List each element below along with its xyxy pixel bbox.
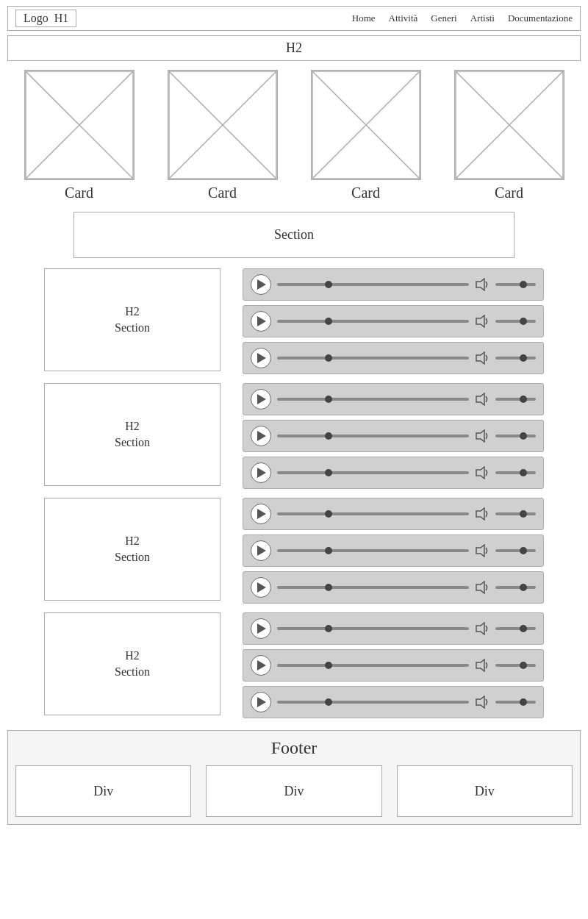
footer-div-3: Div — [397, 765, 573, 817]
track-dot — [325, 318, 332, 325]
volume-slider[interactable] — [495, 320, 536, 323]
play-button[interactable] — [251, 462, 271, 483]
play-button[interactable] — [251, 348, 271, 368]
vol-dot — [520, 662, 527, 669]
play-icon — [257, 468, 266, 478]
nav-generi[interactable]: Generi — [431, 12, 456, 24]
play-button[interactable] — [251, 540, 271, 561]
track-progress-slider[interactable] — [277, 701, 469, 704]
content-section-2: H2 Section — [44, 383, 544, 489]
track-row[interactable] — [243, 612, 544, 645]
track-dot — [325, 396, 332, 403]
volume-slider[interactable] — [495, 283, 536, 286]
track-row[interactable] — [243, 571, 544, 604]
svg-marker-15 — [476, 393, 484, 405]
volume-icon — [475, 507, 490, 521]
track-dot — [325, 510, 332, 518]
play-button[interactable] — [251, 577, 271, 598]
card-3[interactable]: Card — [307, 70, 425, 201]
play-button[interactable] — [251, 618, 271, 639]
volume-icon — [475, 315, 490, 328]
volume-icon — [475, 466, 490, 479]
card-2[interactable]: Card — [164, 70, 282, 201]
vol-dot — [520, 698, 527, 706]
vol-dot — [520, 354, 527, 362]
track-dot — [325, 584, 332, 591]
nav-documentazione[interactable]: Documentazione — [508, 12, 573, 24]
track-progress-slider[interactable] — [277, 471, 469, 474]
footer-title: Footer — [15, 738, 573, 758]
track-row[interactable] — [243, 498, 544, 530]
logo-group: Logo H1 — [15, 10, 76, 27]
volume-icon — [475, 544, 490, 557]
volume-icon — [475, 581, 490, 594]
logo-label: Logo — [24, 12, 49, 25]
volume-slider[interactable] — [495, 701, 536, 704]
volume-slider[interactable] — [495, 471, 536, 474]
track-row[interactable] — [243, 649, 544, 682]
track-progress-slider[interactable] — [277, 512, 469, 515]
track-progress-slider[interactable] — [277, 627, 469, 630]
navbar: Logo H1 Home Attività Generi Artisti Doc… — [7, 6, 581, 31]
svg-marker-20 — [476, 582, 484, 593]
card-1-image — [24, 70, 135, 180]
vol-dot — [520, 281, 527, 288]
play-button[interactable] — [251, 274, 271, 295]
track-row[interactable] — [243, 420, 544, 452]
track-row[interactable] — [243, 342, 544, 374]
track-progress-slider[interactable] — [277, 586, 469, 589]
card-3-label: Card — [351, 185, 380, 201]
volume-icon — [475, 351, 490, 365]
section-banner: Section — [74, 212, 514, 258]
play-button[interactable] — [251, 426, 271, 446]
play-button[interactable] — [251, 655, 271, 676]
track-dot — [325, 432, 332, 440]
svg-marker-21 — [476, 623, 484, 634]
track-progress-slider[interactable] — [277, 398, 469, 401]
volume-icon — [475, 278, 490, 291]
track-progress-slider[interactable] — [277, 283, 469, 286]
volume-slider[interactable] — [495, 512, 536, 515]
play-icon — [257, 697, 266, 707]
cards-row: Card Card Card Ca — [7, 70, 581, 201]
card-1[interactable]: Card — [21, 70, 138, 201]
volume-slider[interactable] — [495, 549, 536, 552]
volume-slider[interactable] — [495, 586, 536, 589]
volume-slider[interactable] — [495, 627, 536, 630]
play-icon — [257, 279, 266, 290]
h2-banner: H2 — [7, 35, 581, 61]
play-button[interactable] — [251, 504, 271, 524]
nav-attivita[interactable]: Attività — [389, 12, 418, 24]
track-progress-slider[interactable] — [277, 435, 469, 437]
track-progress-slider[interactable] — [277, 320, 469, 323]
volume-slider[interactable] — [495, 357, 536, 360]
play-button[interactable] — [251, 389, 271, 410]
track-row[interactable] — [243, 534, 544, 567]
card-2-label: Card — [208, 185, 237, 201]
volume-slider[interactable] — [495, 664, 536, 667]
card-2-image — [168, 70, 278, 180]
track-row[interactable] — [243, 305, 544, 337]
track-progress-slider[interactable] — [277, 357, 469, 360]
track-row[interactable] — [243, 686, 544, 718]
tracks-list-1 — [243, 268, 544, 374]
volume-slider[interactable] — [495, 398, 536, 401]
tracks-list-4 — [243, 612, 544, 718]
svg-marker-22 — [476, 659, 484, 671]
track-row[interactable] — [243, 383, 544, 415]
nav-home[interactable]: Home — [352, 12, 376, 24]
track-row[interactable] — [243, 268, 544, 301]
track-row[interactable] — [243, 457, 544, 489]
play-button[interactable] — [251, 692, 271, 712]
card-4[interactable]: Card — [451, 70, 568, 201]
footer-div-2: Div — [206, 765, 381, 817]
volume-icon — [475, 393, 490, 406]
track-progress-slider[interactable] — [277, 664, 469, 667]
play-button[interactable] — [251, 311, 271, 332]
svg-marker-17 — [476, 467, 484, 479]
card-3-image — [311, 70, 421, 180]
volume-slider[interactable] — [495, 435, 536, 437]
nav-artisti[interactable]: Artisti — [470, 12, 495, 24]
track-progress-slider[interactable] — [277, 549, 469, 552]
svg-marker-16 — [476, 430, 484, 442]
